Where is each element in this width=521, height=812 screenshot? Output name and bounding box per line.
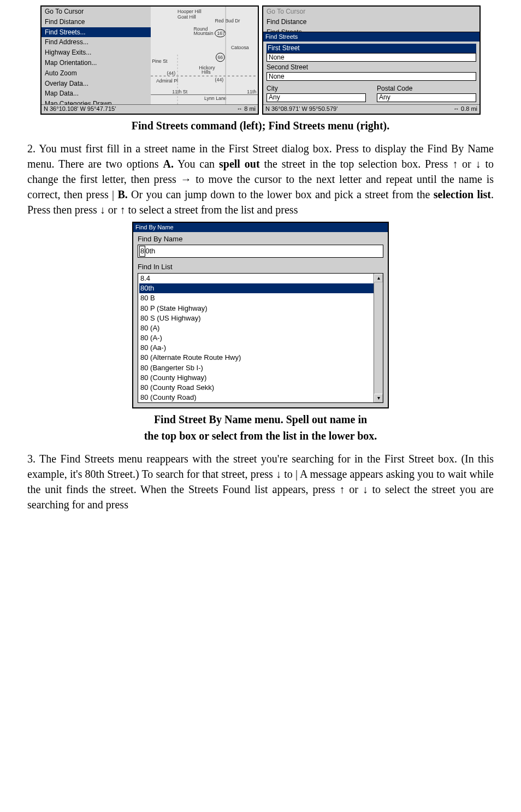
first-street-field[interactable]: None	[267, 53, 476, 62]
option-b: B.	[117, 188, 127, 200]
scale-text: ↔ 0.8 mi	[453, 105, 477, 113]
scale-text: ↔ 8 mi	[236, 105, 256, 113]
menu-item[interactable]: Find Distance	[263, 17, 479, 27]
coords-text: N 36°08.971' W 95°50.579'	[265, 105, 338, 113]
right-panel: Go To Cursor Find Distance Find Streets.…	[262, 5, 481, 115]
find-in-list-label: Find In List	[138, 262, 383, 272]
menu-item[interactable]: Highway Exits...	[42, 48, 151, 58]
name-input[interactable]: 80th	[138, 245, 383, 258]
find-by-name-label: Find By Name	[138, 234, 383, 244]
dialog-title: Find By Name	[133, 223, 388, 232]
map-label: 11th	[247, 89, 256, 94]
menu-item[interactable]: Go To Cursor	[42, 7, 151, 17]
cursor-char: 8	[139, 246, 145, 257]
figure-2-caption-line1: Find Street By Name menu. Spell out name…	[27, 412, 494, 427]
map-label: Lynn Lane	[204, 96, 227, 101]
step-number: 2.	[27, 143, 35, 155]
scrollbar[interactable]: ▴ ▾	[374, 274, 383, 402]
map-label: Red Bud Dr	[215, 18, 240, 23]
instruction-step-2: 2. You must first fill in a street name …	[27, 141, 494, 217]
map-area[interactable]: Hooper Hill Goat Hill Red Bud Dr Round M…	[151, 7, 258, 105]
bold-spell-out: spell out	[219, 158, 260, 170]
menu-item[interactable]: Map Data...	[42, 88, 151, 99]
scroll-down-icon[interactable]: ▾	[374, 394, 383, 402]
first-street-label: First Street	[267, 44, 476, 53]
dialog-title: Find Streets	[263, 32, 479, 42]
list-item[interactable]: 80 (A-)	[139, 333, 374, 343]
text: You must first fill in a street name in …	[35, 143, 363, 155]
step-number: 3.	[27, 453, 35, 465]
map-label: Hooper Hill	[177, 9, 202, 14]
text: You can	[174, 158, 219, 170]
list-item[interactable]: 80 (County Highway)	[139, 373, 374, 383]
menu-item[interactable]: Overlay Data...	[42, 79, 151, 89]
figure-1: Go To Cursor Find Distance Find Streets.…	[27, 5, 494, 115]
text: The Find Streets menu reappears with the…	[27, 453, 494, 511]
menu-item[interactable]: Go To Cursor	[263, 7, 479, 17]
list-item[interactable]: 80 (County Road Sekk)	[139, 383, 374, 393]
route-shield: (44)	[215, 77, 224, 82]
city-field[interactable]: Any	[267, 93, 366, 102]
figure-2-caption-line2: the top box or select from the list in t…	[27, 428, 494, 443]
map-label: Goat Hill	[177, 14, 196, 20]
status-bar: N 36°08.971' W 95°50.579' ↔ 0.8 mi	[263, 104, 479, 114]
menu-item[interactable]: Find Address...	[42, 37, 151, 48]
bold-selection-list: selection list	[434, 188, 491, 200]
route-shield: (44)	[167, 70, 176, 76]
route-shield: 66	[217, 55, 223, 60]
list-item[interactable]: 80 (County Road)	[139, 393, 374, 402]
find-by-name-dialog: Find By Name Find By Name 80th Find In L…	[132, 222, 389, 408]
map-label: Catoosa	[231, 45, 249, 50]
list-item[interactable]: 80 (A)	[139, 323, 374, 333]
list-item[interactable]: 80 S (US Highway)	[139, 313, 374, 323]
coords-text: N 36°10.108' W 95°47.715'	[44, 105, 116, 113]
menu-item-selected[interactable]: Find Streets...	[42, 27, 151, 38]
postal-label: Postal Code	[377, 84, 476, 93]
find-streets-dialog: Find Streets First Street None Second St…	[263, 32, 479, 105]
map-label: Admiral Pl	[156, 78, 178, 84]
map-label: Hills	[202, 69, 211, 75]
status-bar: N 36°10.108' W 95°47.715' ↔ 8 mi	[42, 104, 258, 114]
selection-list[interactable]: 8.4 80th 80 B 80 P (State Highway) 80 S …	[138, 273, 383, 403]
input-rest: 0th	[145, 247, 155, 255]
option-a: A.	[163, 158, 173, 170]
route-shield: 167	[217, 31, 225, 36]
list-item-selected[interactable]: 80th	[139, 283, 374, 293]
postal-field[interactable]: Any	[377, 93, 476, 102]
left-panel: Go To Cursor Find Distance Find Streets.…	[40, 5, 259, 115]
list-item[interactable]: 80 (Alternate Route Route Hwy)	[139, 353, 374, 363]
list-item[interactable]: 80 P (State Highway)	[139, 304, 374, 313]
context-menu: Go To Cursor Find Distance Find Streets.…	[42, 7, 151, 115]
map-label: 11th St	[172, 89, 187, 94]
menu-item[interactable]: Auto Zoom	[42, 68, 151, 79]
city-label: City	[267, 84, 366, 93]
second-street-label: Second Street	[267, 63, 476, 72]
map-label: Pine St	[152, 58, 168, 64]
map-label: Mountain	[193, 31, 213, 36]
second-street-field[interactable]: None	[267, 72, 476, 81]
figure-1-caption: Find Streets command (left); Find Street…	[27, 118, 494, 133]
list-item[interactable]: 8.4	[139, 274, 374, 283]
instruction-step-3: 3. The Find Streets menu reappears with …	[27, 451, 494, 512]
menu-item[interactable]: Map Orientation...	[42, 58, 151, 68]
text: Or you can jump down to the lower box an…	[128, 188, 434, 200]
menu-item[interactable]: Find Distance	[42, 17, 151, 27]
list-item[interactable]: 80 B	[139, 293, 374, 303]
scroll-up-icon[interactable]: ▴	[374, 274, 383, 282]
list-item[interactable]: 80 (Aa-)	[139, 343, 374, 353]
list-item[interactable]: 80 (Bangerter Sb I-)	[139, 363, 374, 373]
